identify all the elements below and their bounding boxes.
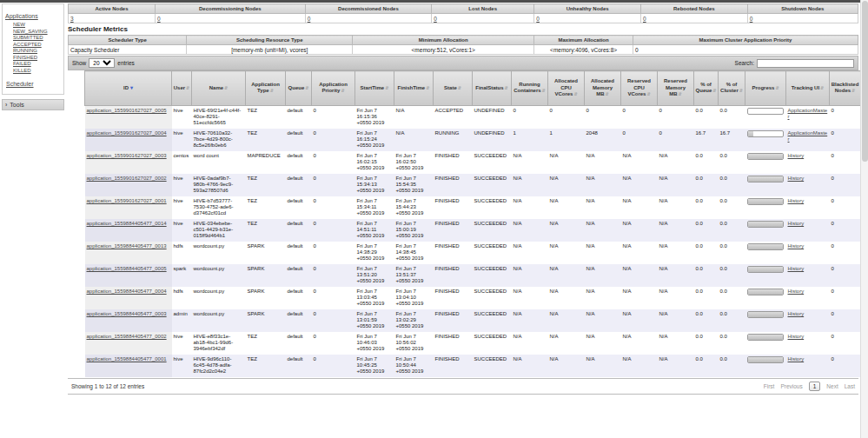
application-id-link[interactable]: application_1559901627027_0004 xyxy=(87,130,167,136)
application-id-link[interactable]: application_1559884405477_0002 xyxy=(87,334,167,339)
metric-value-link-decommissioned-nodes[interactable]: 0 xyxy=(308,16,311,22)
tracking-ui-link[interactable]: ApplicationMaster xyxy=(788,108,828,119)
cell-progress xyxy=(745,129,786,151)
column-header-allocated-cpu-vcores[interactable]: Allocated CPU VCores⇵ xyxy=(548,71,585,106)
cell-state: FINISHED xyxy=(434,264,473,287)
sidebar-applications-link[interactable]: Applications xyxy=(5,13,38,19)
sort-icon: ⇵ xyxy=(739,88,743,93)
tracking-ui-link[interactable]: History xyxy=(788,176,805,181)
sidebar-item-new[interactable]: NEW xyxy=(13,22,62,29)
cell-pct_queue: 0.0 xyxy=(694,355,719,377)
metric-value-link-decommissioning-nodes[interactable]: 0 xyxy=(157,16,161,22)
cell-alloc_mem: 0 xyxy=(585,105,621,129)
tracking-ui-link[interactable]: History xyxy=(788,266,805,271)
column-header-application-priority[interactable]: Application Priority⇵ xyxy=(312,71,355,106)
pagination-1[interactable]: 1 xyxy=(809,382,821,391)
application-id-link[interactable]: application_1559884405477_0013 xyxy=(87,243,167,249)
application-id-link[interactable]: application_1559901627027_0005 xyxy=(87,108,167,113)
cell-type: SPARK xyxy=(246,242,286,264)
sidebar-item-running[interactable]: RUNNING xyxy=(13,48,62,55)
sidebar-tools-section[interactable]: ›Tools xyxy=(2,99,64,110)
pagination-next[interactable]: Next xyxy=(826,383,838,389)
tracking-ui-link[interactable]: History xyxy=(788,356,805,362)
column-header-finalstatus[interactable]: FinalStatus⇵ xyxy=(473,71,512,106)
column-header-application-type[interactable]: Application Type⇵ xyxy=(246,71,286,106)
column-header-name[interactable]: Name⇵ xyxy=(192,71,246,106)
cell-name: HIVE-0adaf9b7-980b-4766-9ec9-593a278507d… xyxy=(192,174,246,196)
application-id-link[interactable]: application_1559901627027_0003 xyxy=(87,153,167,158)
cell-priority: 0 xyxy=(312,151,355,174)
application-id-link[interactable]: application_1559884405477_0004 xyxy=(87,289,167,294)
column-header-state[interactable]: State⇵ xyxy=(434,71,473,106)
column-header-reserved-memory-mb[interactable]: Reserved Memory MB⇵ xyxy=(658,71,694,106)
sidebar: Applications NEWNEW_SAVINGSUBMITTEDACCEP… xyxy=(0,3,66,110)
cell-user: spark xyxy=(172,264,192,287)
cell-start: Fri Jun 7 15:34:11 +0550 2019 xyxy=(355,196,394,219)
sidebar-item-new-saving[interactable]: NEW_SAVING xyxy=(13,29,62,36)
sidebar-item-killed[interactable]: KILLED xyxy=(13,68,62,75)
metric-value-link-active-nodes[interactable]: 3 xyxy=(70,16,74,22)
tracking-ui-link[interactable]: History xyxy=(788,153,805,158)
cell-finish: Fri Jun 7 13:02:29 +0550 2019 xyxy=(394,309,434,332)
cell-pct_cluster: 0.0 xyxy=(719,355,745,377)
application-id-link[interactable]: application_1559884405477_0001 xyxy=(87,356,167,362)
scrollbar-thumb[interactable] xyxy=(862,1,868,162)
cell-start: Fri Jun 7 13:03:45 +0550 2019 xyxy=(355,287,394,309)
tracking-ui-link[interactable]: ApplicationMaster xyxy=(788,130,828,142)
sort-icon: ⇵ xyxy=(505,85,508,90)
cell-final: SUCCEEDED xyxy=(473,287,512,309)
cell-alloc_mem: N/A xyxy=(585,151,621,174)
scheduler-metric-header-scheduling-resource-type: Scheduling Resource Type xyxy=(187,36,353,45)
sort-icon: ⇵ xyxy=(270,88,274,93)
cell-state: FINISHED xyxy=(434,174,473,196)
column-header-allocated-memory-mb[interactable]: Allocated Memory MB⇵ xyxy=(585,71,621,106)
pagination-previous[interactable]: Previous xyxy=(780,383,802,389)
tracking-ui-link[interactable]: History xyxy=(788,198,805,203)
vertical-scrollbar[interactable] xyxy=(860,0,868,438)
column-header-queue[interactable]: Queue⇵ xyxy=(286,71,312,106)
cell-name: HIVE-e8f33c1e-ab18-4bc1-99d6-3946ebf342d… xyxy=(192,332,246,355)
cell-blacklisted: 0 xyxy=(830,219,861,242)
application-id-link[interactable]: application_1559901627027_0001 xyxy=(87,198,167,203)
metric-value-link-lost-nodes[interactable]: 0 xyxy=(434,16,437,22)
column-header-blacklisted-nodes[interactable]: Blacklisted Nodes⇵ xyxy=(830,71,861,106)
pagination-first[interactable]: First xyxy=(764,383,775,389)
cell-finish: Fri Jun 7 15:54:35 +0550 2019 xyxy=(394,174,434,196)
search-input[interactable] xyxy=(757,59,854,68)
sidebar-item-submitted[interactable]: SUBMITTED xyxy=(13,35,62,42)
cell-progress xyxy=(745,242,786,264)
column-header-starttime[interactable]: StartTime⇵ xyxy=(355,71,394,106)
metric-value-link-unhealthy-nodes[interactable]: 0 xyxy=(536,16,540,22)
metric-value-link-rebooted-nodes[interactable]: 0 xyxy=(643,16,646,22)
entries-select[interactable]: 20 xyxy=(89,58,115,68)
pagination-last[interactable]: Last xyxy=(845,383,855,389)
sort-icon: ⇵ xyxy=(820,85,824,90)
cell-progress xyxy=(745,264,786,287)
column-header-of-queue[interactable]: % of Queue⇵ xyxy=(694,71,719,106)
application-id-link[interactable]: application_1559901627027_0002 xyxy=(87,176,167,181)
application-id-link[interactable]: application_1559884405477_0014 xyxy=(87,221,167,226)
column-header-progress[interactable]: Progress⇵ xyxy=(745,71,786,106)
tracking-ui-link[interactable]: History xyxy=(788,311,805,316)
metric-value-link-shutdown-nodes[interactable]: 0 xyxy=(750,16,753,22)
column-header-reserved-cpu-vcores[interactable]: Reserved CPU VCores⇵ xyxy=(621,71,658,106)
tracking-ui-link[interactable]: History xyxy=(788,334,805,339)
tracking-ui-link[interactable]: History xyxy=(788,221,805,226)
column-header-finishtime[interactable]: FinishTime⇵ xyxy=(394,71,434,106)
sidebar-item-failed[interactable]: FAILED xyxy=(13,61,62,68)
sidebar-item-accepted[interactable]: ACCEPTED xyxy=(13,42,62,49)
column-header-user[interactable]: User⇵ xyxy=(172,71,192,106)
sidebar-item-finished[interactable]: FINISHED xyxy=(13,55,62,62)
cell-progress xyxy=(745,151,786,174)
applications-table: ID▾User⇵Name⇵Application Type⇵Queue⇵Appl… xyxy=(84,70,861,377)
application-id-link[interactable]: application_1559884405477_0003 xyxy=(87,311,167,316)
sidebar-scheduler-link[interactable]: Scheduler xyxy=(6,81,62,87)
tracking-ui-link[interactable]: History xyxy=(788,289,805,294)
column-header-tracking-ui[interactable]: Tracking UI⇵ xyxy=(786,71,830,106)
column-header-of-cluster[interactable]: % of Cluster⇵ xyxy=(719,71,745,106)
application-id-link[interactable]: application_1559884405477_0005 xyxy=(87,266,167,271)
tracking-ui-link[interactable]: History xyxy=(788,243,805,249)
column-header-id[interactable]: ID▾ xyxy=(85,71,172,106)
cell-progress xyxy=(745,174,786,196)
column-header-running-containers[interactable]: Running Containers⇵ xyxy=(512,71,548,106)
